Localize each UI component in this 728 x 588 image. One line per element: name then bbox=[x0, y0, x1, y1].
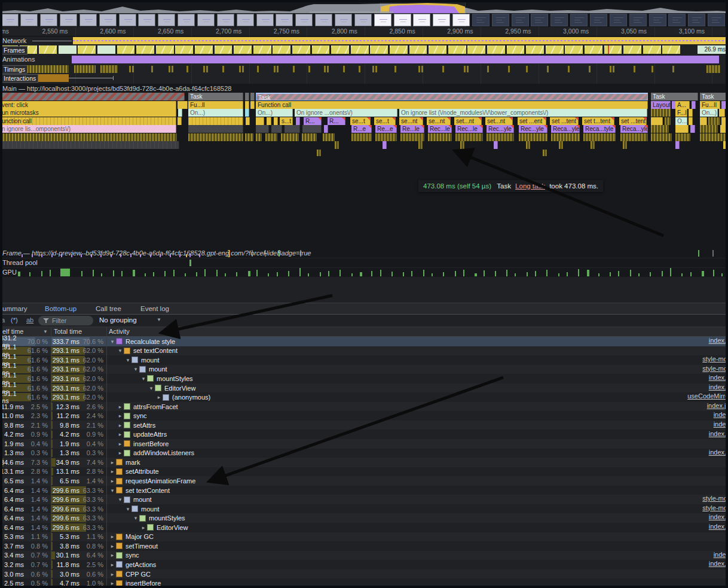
activity-name[interactable]: mountStyles bbox=[149, 514, 185, 522]
flame-event[interactable] bbox=[0, 93, 185, 100]
flame-event-m[interactable]: On...) bbox=[188, 109, 243, 117]
activity-name[interactable]: (anonymous) bbox=[172, 394, 210, 401]
source-link[interactable]: index. bbox=[714, 551, 728, 558]
activity-name[interactable]: mount bbox=[141, 357, 160, 364]
frame-block[interactable] bbox=[623, 45, 641, 54]
flame-event[interactable] bbox=[700, 125, 718, 133]
activity-name[interactable]: sync bbox=[126, 552, 139, 559]
time-ruler[interactable]: ms 2,550 ms2,600 ms2,650 ms2,700 ms2,750… bbox=[0, 27, 728, 36]
flame-event[interactable] bbox=[188, 133, 243, 141]
flame-event[interactable] bbox=[383, 141, 387, 149]
page-screenshot-thumbnail[interactable] bbox=[99, 14, 117, 26]
page-screenshot-thumbnail[interactable] bbox=[531, 14, 548, 26]
table-row[interactable]: 291.1 ms61.6 %293.1 ms62.0 %▾mountstyle-… bbox=[0, 355, 728, 365]
activity-name[interactable]: EditorView bbox=[157, 524, 188, 531]
table-row[interactable]: 3.7 ms0.8 %3.8 ms0.8 %▸setTimeout bbox=[0, 541, 728, 551]
flame-event-pr[interactable]: Rec...le bbox=[428, 125, 452, 133]
flame-event[interactable] bbox=[296, 117, 300, 125]
main-thread-track[interactable]: Main — http://localhost:3000/projects/bd… bbox=[0, 84, 728, 277]
source-link[interactable]: index.js: bbox=[707, 402, 728, 409]
activity-name[interactable]: insertBefore bbox=[133, 440, 169, 447]
expand-icon[interactable]: ▸ bbox=[109, 580, 116, 586]
flame-event[interactable] bbox=[302, 125, 322, 133]
page-screenshot-thumbnail[interactable] bbox=[688, 14, 705, 26]
flame-event-y[interactable]: un microtasks bbox=[0, 109, 176, 117]
flame-event-m[interactable]: On ignore list (\/node_modules\/\/\bower… bbox=[399, 109, 647, 117]
page-screenshot-thumbnail[interactable] bbox=[158, 14, 175, 26]
page-screenshot-thumbnail[interactable] bbox=[295, 14, 313, 26]
flame-event[interactable] bbox=[271, 125, 282, 133]
frame-block[interactable] bbox=[156, 45, 174, 54]
flame-event[interactable] bbox=[0, 141, 179, 149]
tab-ummary[interactable]: ummary bbox=[2, 303, 27, 315]
page-screenshot-thumbnail[interactable] bbox=[119, 14, 136, 26]
activity-name[interactable]: addWindowListeners bbox=[133, 449, 194, 456]
flame-event-y[interactable]: Function call bbox=[256, 101, 648, 109]
frame-block[interactable] bbox=[546, 45, 564, 54]
table-row[interactable]: 3.0 ms0.6 %3.0 ms0.6 %▸CPP GC bbox=[0, 569, 728, 579]
flame-event-pr[interactable]: Reca...yle bbox=[620, 125, 648, 133]
flame-event-m[interactable]: O... bbox=[675, 117, 687, 125]
flame-event[interactable] bbox=[317, 150, 321, 156]
page-screenshot-thumbnail[interactable] bbox=[315, 14, 332, 26]
flame-event-pr[interactable]: R... bbox=[304, 117, 322, 125]
flame-event[interactable] bbox=[246, 117, 250, 125]
flame-event[interactable] bbox=[335, 141, 339, 149]
source-link[interactable]: index.js bbox=[709, 513, 728, 520]
flame-event[interactable] bbox=[725, 101, 728, 109]
flame-event[interactable] bbox=[487, 133, 514, 141]
column-activity[interactable]: Activity bbox=[109, 328, 130, 335]
tab-bottom-up[interactable]: Bottom-up bbox=[45, 303, 77, 316]
flame-event[interactable] bbox=[651, 125, 669, 133]
frame-block[interactable] bbox=[526, 45, 544, 54]
flame-event-m[interactable]: On...) bbox=[256, 109, 293, 117]
tab-call-tree[interactable]: Call tree bbox=[96, 303, 121, 315]
activity-name[interactable]: mountStyles bbox=[157, 375, 193, 382]
activity-name[interactable]: setAttrs bbox=[133, 422, 155, 429]
page-screenshot-thumbnail[interactable] bbox=[629, 14, 647, 26]
source-link[interactable]: style-mod bbox=[702, 355, 728, 362]
flame-event-m[interactable]: On ignore ...onents\/) bbox=[295, 109, 397, 117]
flame-event[interactable] bbox=[245, 109, 249, 117]
flame-event-pr[interactable]: Reca...yle bbox=[551, 125, 580, 133]
flame-event[interactable] bbox=[723, 141, 727, 149]
table-row[interactable]: 1.9 ms0.4 %1.9 ms0.4 %▸insertBefore bbox=[0, 439, 728, 449]
flame-event[interactable] bbox=[400, 133, 424, 141]
frame-block[interactable] bbox=[195, 45, 213, 54]
activity-name[interactable]: setAttribute bbox=[126, 468, 159, 475]
table-row[interactable]: 331.2 ms70.0 %333.7 ms70.6 %▾Recalculate… bbox=[0, 337, 728, 346]
activity-name[interactable]: sync bbox=[133, 412, 147, 419]
source-link[interactable]: index.js bbox=[709, 523, 728, 530]
activity-name[interactable]: setTimeout bbox=[126, 543, 158, 550]
source-link[interactable]: index.js bbox=[709, 560, 728, 567]
sort-icon[interactable]: ▼ bbox=[43, 329, 48, 334]
activity-name[interactable]: updateAttrs bbox=[133, 431, 167, 438]
expand-icon[interactable]: ▸ bbox=[117, 422, 124, 428]
frame-block[interactable] bbox=[448, 45, 466, 54]
table-row[interactable]: 34.6 ms7.3 %34.9 ms7.4 %▸mark bbox=[0, 458, 728, 467]
frame-block[interactable] bbox=[215, 45, 233, 54]
source-link[interactable]: index.js bbox=[709, 383, 728, 391]
flame-event-y[interactable]: Fu...Il bbox=[700, 101, 720, 109]
page-screenshot-thumbnail[interactable] bbox=[40, 14, 57, 26]
flame-event[interactable] bbox=[0, 133, 177, 141]
flame-event[interactable] bbox=[183, 101, 188, 109]
page-screenshot-thumbnail[interactable] bbox=[512, 14, 529, 26]
collapse-icon[interactable]: ▾ bbox=[124, 357, 131, 363]
frame-duration-badge[interactable]: 26.9 ms bbox=[698, 45, 728, 54]
activity-name[interactable]: mount bbox=[149, 365, 167, 373]
frame-block[interactable] bbox=[97, 45, 115, 54]
page-screenshot-thumbnail[interactable] bbox=[492, 14, 509, 26]
activity-name[interactable]: mount bbox=[141, 505, 160, 513]
flame-event-tk[interactable]: Task bbox=[188, 93, 243, 100]
table-row[interactable]: 6.4 ms1.4 %299.6 ms63.3 %▾mountStylesind… bbox=[0, 513, 728, 523]
column-total-time[interactable]: Total time bbox=[54, 328, 82, 335]
activity-name[interactable]: set textContent bbox=[133, 347, 178, 354]
frames-track[interactable]: Frames 26.9 ms bbox=[0, 45, 728, 54]
flame-event-tk[interactable]: Task bbox=[700, 93, 728, 100]
frame-block[interactable] bbox=[39, 45, 57, 54]
flame-event[interactable] bbox=[526, 141, 530, 149]
animations-track[interactable]: Animations bbox=[0, 55, 728, 64]
flame-event[interactable] bbox=[591, 141, 595, 149]
flame-event-y[interactable]: Fu...ll bbox=[188, 101, 243, 109]
